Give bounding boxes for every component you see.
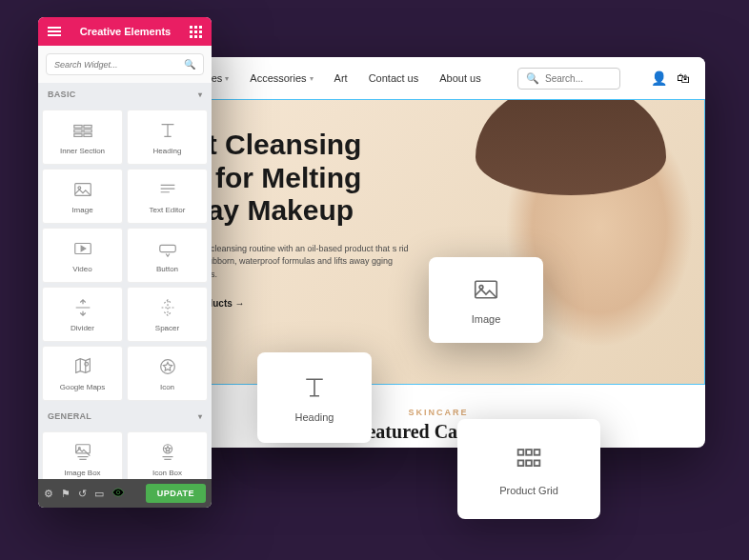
widget-text-editor[interactable]: Text Editor: [127, 169, 208, 224]
image-icon: [472, 275, 500, 304]
topbar: Clothes▾ Accessories▾ Art Contact us Abo…: [172, 57, 705, 99]
featured-section: SKINCARE Featured Categories: [172, 385, 705, 448]
widget-video[interactable]: Video: [42, 228, 123, 283]
website-preview: Clothes▾ Accessories▾ Art Contact us Abo…: [172, 57, 705, 448]
widget-google-maps[interactable]: Google Maps: [42, 346, 123, 401]
float-label: Product Grid: [499, 485, 558, 496]
search-wrap: 🔍: [517, 68, 620, 90]
svg-rect-48: [535, 460, 540, 466]
widgets-general: Image Box Icon Box: [38, 428, 212, 479]
search-input[interactable]: [545, 73, 612, 84]
responsive-icon[interactable]: ▭: [94, 488, 104, 500]
svg-rect-43: [518, 450, 524, 455]
float-product-grid-widget[interactable]: Product Grid: [457, 419, 600, 519]
widget-divider[interactable]: Divider: [42, 287, 123, 342]
widget-search-input[interactable]: [54, 60, 184, 70]
hero-heading: st Cleansings for Meltingvay Makeup: [192, 129, 439, 228]
svg-point-42: [479, 286, 483, 290]
widget-image-box[interactable]: Image Box: [42, 431, 123, 479]
sidebar-title: Creative Elements: [80, 26, 171, 37]
user-icon[interactable]: 👤: [651, 70, 667, 86]
widget-icon[interactable]: Icon: [127, 346, 208, 401]
svg-rect-9: [83, 130, 91, 132]
svg-rect-11: [83, 133, 91, 136]
nav-about[interactable]: About us: [439, 72, 480, 84]
sidebar-header: Creative Elements: [38, 17, 212, 46]
nav-contact[interactable]: Contact us: [369, 72, 419, 84]
svg-rect-45: [535, 450, 540, 455]
update-button[interactable]: UPDATE: [146, 484, 206, 503]
svg-rect-6: [73, 125, 81, 128]
float-heading-widget[interactable]: Heading: [257, 352, 372, 443]
chevron-down-icon: ▾: [198, 412, 202, 421]
elements-sidebar: Creative Elements 🔍 BASIC▾ Inner Section…: [38, 17, 212, 508]
widget-spacer[interactable]: Spacer: [127, 287, 208, 342]
widget-button[interactable]: Button: [127, 228, 208, 283]
widget-heading[interactable]: Heading: [127, 110, 208, 165]
svg-rect-7: [83, 125, 91, 128]
nav-accessories[interactable]: Accessories▾: [250, 72, 313, 84]
hero-description: your cleansing routine with an oil-based…: [192, 243, 411, 282]
search-icon: 🔍: [184, 59, 195, 70]
svg-rect-44: [526, 450, 532, 455]
float-image-widget[interactable]: Image: [429, 257, 543, 343]
widgets-basic: Inner Section Heading Image Text Editor …: [38, 106, 212, 405]
grid-icon: [513, 443, 545, 475]
chevron-down-icon: ▾: [225, 74, 229, 83]
grid-icon[interactable]: [190, 26, 202, 38]
svg-point-40: [116, 490, 120, 494]
category-general[interactable]: GENERAL▾: [38, 405, 212, 428]
category-basic[interactable]: BASIC▾: [38, 83, 212, 106]
widget-image[interactable]: Image: [42, 169, 123, 224]
flag-icon[interactable]: ⚑: [61, 488, 71, 500]
svg-rect-47: [526, 460, 532, 466]
cart-icon[interactable]: 🛍: [677, 70, 690, 86]
float-label: Image: [472, 313, 501, 325]
sidebar-footer: ⚙ ⚑ ↺ ▭ UPDATE: [38, 479, 212, 508]
nav-art[interactable]: Art: [334, 72, 348, 84]
float-label: Heading: [295, 411, 334, 423]
svg-rect-21: [75, 444, 90, 452]
preview-icon[interactable]: [111, 486, 125, 501]
svg-point-13: [77, 186, 80, 189]
menu-icon[interactable]: [48, 27, 61, 36]
svg-rect-46: [518, 460, 524, 466]
history-icon[interactable]: ↺: [78, 488, 87, 500]
sidebar-search: 🔍: [38, 46, 212, 83]
settings-icon[interactable]: ⚙: [44, 488, 53, 500]
svg-rect-18: [159, 245, 175, 251]
search-icon: 🔍: [526, 72, 539, 85]
chevron-down-icon: ▾: [310, 74, 314, 83]
widget-inner-section[interactable]: Inner Section: [42, 110, 123, 165]
svg-point-19: [84, 362, 88, 366]
svg-rect-8: [73, 130, 81, 132]
svg-rect-10: [73, 133, 81, 136]
chevron-down-icon: ▾: [198, 90, 202, 99]
heading-icon: [300, 373, 329, 402]
widget-icon-box[interactable]: Icon Box: [127, 431, 208, 479]
